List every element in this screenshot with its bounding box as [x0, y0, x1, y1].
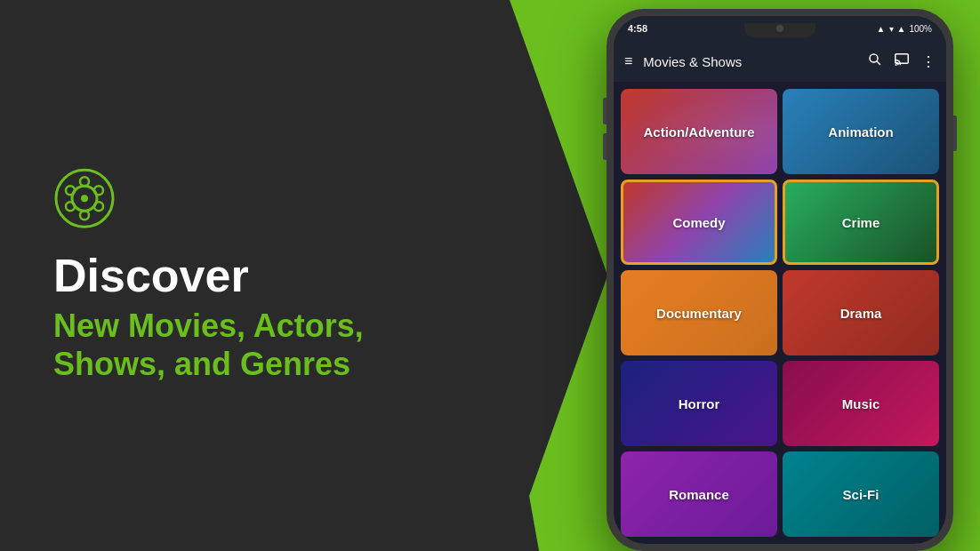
- film-reel-icon: [53, 167, 116, 229]
- page-subtitle: New Movies, Actors, Shows, and Genres: [53, 307, 409, 383]
- app-bar-title: Movies & Shows: [643, 54, 857, 69]
- genre-label-action: Action/Adventure: [643, 124, 754, 140]
- genre-label-horror: Horror: [679, 396, 720, 411]
- genre-tile-drama[interactable]: Drama: [783, 270, 939, 355]
- phone-mockup: 4:58 ▲ ▾ ▲ 100% ≡ Movies & Shows: [606, 9, 953, 551]
- app-bar-actions: ⋮: [868, 52, 936, 70]
- network-icon: ▲: [897, 24, 906, 34]
- status-icons: ▲ ▾ ▲ 100%: [877, 24, 932, 34]
- genre-label-music: Music: [842, 396, 880, 411]
- genre-label-documentary: Documentary: [656, 306, 742, 321]
- cast-icon[interactable]: [895, 53, 909, 69]
- genre-tile-crime[interactable]: Crime: [783, 180, 939, 265]
- svg-point-2: [81, 195, 88, 202]
- svg-rect-11: [896, 54, 909, 64]
- genre-tile-horror[interactable]: Horror: [621, 361, 777, 446]
- page-title: Discover: [53, 251, 409, 301]
- status-time: 4:58: [628, 23, 647, 34]
- genre-tile-scifi[interactable]: Sci-Fi: [783, 451, 939, 537]
- search-icon[interactable]: [868, 52, 882, 70]
- svg-line-10: [877, 61, 880, 65]
- svg-point-9: [870, 54, 878, 62]
- more-icon[interactable]: ⋮: [921, 53, 936, 70]
- phone-body: 4:58 ▲ ▾ ▲ 100% ≡ Movies & Shows: [606, 9, 953, 551]
- genre-tile-romance[interactable]: Romance: [621, 451, 777, 537]
- genre-tile-documentary[interactable]: Documentary: [621, 270, 777, 355]
- wifi-icon: ▾: [889, 24, 894, 34]
- genre-label-animation: Animation: [828, 124, 893, 140]
- svg-point-12: [896, 64, 897, 66]
- genre-label-comedy: Comedy: [672, 215, 725, 230]
- genre-tile-comedy[interactable]: Comedy: [621, 180, 777, 265]
- genre-label-scifi: Sci-Fi: [843, 487, 880, 502]
- app-bar: ≡ Movies & Shows: [614, 41, 946, 82]
- power-button: [953, 116, 957, 151]
- phone-screen: 4:58 ▲ ▾ ▲ 100% ≡ Movies & Shows: [614, 16, 946, 544]
- menu-icon[interactable]: ≡: [624, 53, 632, 69]
- genre-tile-action[interactable]: Action/Adventure: [621, 89, 777, 174]
- signal-icon: ▲: [877, 24, 886, 34]
- genre-label-romance: Romance: [669, 487, 729, 502]
- genre-tile-music[interactable]: Music: [783, 361, 939, 446]
- battery-label: 100%: [909, 24, 932, 34]
- genre-tile-animation[interactable]: Animation: [783, 89, 939, 174]
- genre-label-crime: Crime: [842, 215, 880, 230]
- genre-grid: Action/Adventure Animation Comedy Crime …: [614, 82, 946, 544]
- genre-label-drama: Drama: [840, 306, 882, 321]
- left-panel: Discover New Movies, Actors, Shows, and …: [53, 167, 409, 384]
- phone-camera: [776, 25, 783, 32]
